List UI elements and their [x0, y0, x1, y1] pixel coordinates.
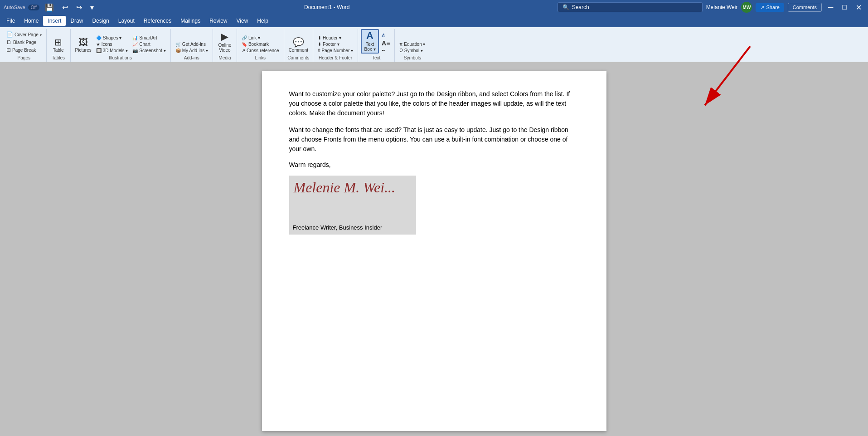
- save-button[interactable]: 💾: [42, 3, 57, 12]
- comment-button[interactable]: 💬 Comment: [287, 37, 310, 54]
- table-icon: ⊞: [54, 38, 62, 47]
- online-video-button[interactable]: ▶ OnlineVideo: [216, 31, 234, 54]
- menu-references[interactable]: References: [139, 16, 176, 26]
- header-label: Header ▾: [323, 35, 341, 40]
- text-group-label: Text: [361, 54, 392, 62]
- smartart-button[interactable]: 📊 SmartArt: [131, 35, 167, 41]
- online-video-icon: ▶: [221, 32, 228, 42]
- chart-icon: 📈: [132, 42, 138, 47]
- icons-button[interactable]: ★ Icons: [94, 41, 130, 47]
- my-addins-icon: 📦: [175, 48, 181, 53]
- symbol-button[interactable]: Ω Symbol ▾: [398, 48, 427, 54]
- menu-insert[interactable]: Insert: [43, 16, 66, 26]
- autosave-label: AutoSave: [4, 5, 25, 10]
- page-break-button[interactable]: ⊟ Page Break: [5, 46, 44, 54]
- search-label: Search: [572, 4, 589, 10]
- menu-help[interactable]: Help: [252, 16, 273, 26]
- menu-view[interactable]: View: [232, 16, 253, 26]
- ribbon-group-text: A TextBox ▾ A A≡ ✒ Text: [358, 29, 395, 62]
- paragraph-1[interactable]: Want to customize your color palette? Ju…: [289, 89, 579, 118]
- search-box[interactable]: 🔍 Search: [558, 2, 703, 12]
- table-button[interactable]: ⊞ Table: [49, 37, 68, 54]
- pictures-icon: 🖼: [79, 38, 88, 47]
- tables-buttons: ⊞ Table: [49, 29, 68, 54]
- signature-line-icon: ✒: [382, 48, 385, 53]
- drop-cap-button[interactable]: A≡: [380, 39, 392, 47]
- user-avatar: MW: [741, 2, 752, 13]
- get-addins-button[interactable]: 🛒 Get Add-ins: [174, 41, 210, 47]
- illustrations-buttons: 🖼 Pictures 🔷 Shapes ▾ ★ Icons 🔲 3D Model…: [73, 29, 168, 54]
- ribbon-group-illustrations: 🖼 Pictures 🔷 Shapes ▾ ★ Icons 🔲 3D Model…: [71, 29, 171, 62]
- ribbon-group-tables: ⊞ Table Tables: [47, 29, 71, 62]
- blank-page-icon: 🗋: [6, 39, 12, 45]
- header-icon: ⬆: [318, 35, 321, 40]
- pages-buttons: 📄 Cover Page ▾ 🗋 Blank Page ⊟ Page Break: [5, 29, 44, 54]
- symbol-label: Symbol ▾: [404, 48, 423, 53]
- search-icon: 🔍: [563, 4, 569, 10]
- icons-icon: ★: [96, 42, 100, 47]
- get-addins-label: Get Add-ins: [182, 42, 206, 47]
- pages-small-group: 📄 Cover Page ▾ 🗋 Blank Page ⊟ Page Break: [5, 31, 44, 54]
- comment-label: Comment: [289, 48, 308, 53]
- title-bar-center: Document1 - Word: [100, 4, 554, 10]
- equation-label: Equation ▾: [404, 42, 425, 47]
- page-number-button[interactable]: # Page Number ▾: [316, 48, 355, 54]
- menu-draw[interactable]: Draw: [66, 16, 87, 26]
- 3d-models-button[interactable]: 🔲 3D Models ▾: [94, 48, 130, 54]
- header-footer-small-group: ⬆ Header ▾ ⬇ Footer ▾ # Page Number ▾: [316, 35, 355, 54]
- text-box-button[interactable]: A TextBox ▾: [361, 29, 379, 54]
- cross-reference-button[interactable]: ↗ Cross-reference: [240, 48, 281, 54]
- menu-design[interactable]: Design: [87, 16, 113, 26]
- illustrations-small-group: 🔷 Shapes ▾ ★ Icons 🔲 3D Models ▾: [94, 35, 130, 54]
- redo-button[interactable]: ↪: [73, 3, 85, 12]
- header-footer-buttons: ⬆ Header ▾ ⬇ Footer ▾ # Page Number ▾: [316, 29, 355, 54]
- header-footer-group-label: Header & Footer: [316, 54, 355, 62]
- share-button[interactable]: ↗ Share: [756, 3, 784, 12]
- menu-mailings[interactable]: Mailings: [176, 16, 205, 26]
- smartart-icon: 📊: [132, 35, 138, 40]
- menu-review[interactable]: Review: [205, 16, 232, 26]
- shapes-button[interactable]: 🔷 Shapes ▾: [94, 35, 130, 41]
- word-art-button[interactable]: A: [380, 33, 392, 39]
- equation-button[interactable]: π Equation ▾: [398, 41, 427, 47]
- comments-button[interactable]: Comments: [788, 3, 822, 12]
- customize-toolbar-button[interactable]: ▾: [87, 3, 97, 12]
- user-initials: MW: [743, 5, 751, 10]
- autosave-status: Off: [31, 5, 37, 10]
- text-buttons: A TextBox ▾ A A≡ ✒: [361, 29, 392, 54]
- menu-home[interactable]: Home: [19, 16, 43, 26]
- close-button[interactable]: ✕: [853, 3, 864, 12]
- minimize-button[interactable]: ─: [825, 3, 836, 11]
- paragraph-2[interactable]: Want to change the fonts that are used? …: [289, 125, 579, 154]
- header-button[interactable]: ⬆ Header ▾: [316, 35, 355, 41]
- footer-button[interactable]: ⬇ Footer ▾: [316, 41, 355, 47]
- maximize-button[interactable]: □: [839, 3, 849, 11]
- cover-page-button[interactable]: 📄 Cover Page ▾: [5, 31, 44, 38]
- link-icon: 🔗: [242, 35, 247, 40]
- pages-group-label: Pages: [5, 54, 44, 62]
- page-break-icon: ⊟: [6, 47, 11, 53]
- closing-text[interactable]: Warm regards,: [289, 161, 579, 168]
- my-addins-button[interactable]: 📦 My Add-ins ▾: [174, 48, 210, 54]
- text-box-label: TextBox ▾: [364, 42, 376, 52]
- page-number-label: Page Number ▾: [322, 48, 353, 53]
- online-video-label: OnlineVideo: [218, 43, 231, 53]
- undo-button[interactable]: ↩: [59, 3, 71, 12]
- symbols-buttons: π Equation ▾ Ω Symbol ▾: [398, 29, 427, 54]
- share-icon: ↗: [760, 5, 764, 10]
- comments-group-label: Comments: [287, 54, 310, 62]
- bookmark-button[interactable]: 🔖 Bookmark: [240, 41, 281, 47]
- link-button[interactable]: 🔗 Link ▾: [240, 35, 281, 41]
- pictures-button[interactable]: 🖼 Pictures: [73, 37, 93, 54]
- autosave-toggle[interactable]: Off: [28, 5, 39, 10]
- title-bar-left: AutoSave Off 💾 ↩ ↪ ▾: [4, 3, 97, 12]
- chart-button[interactable]: 📈 Chart: [131, 41, 167, 47]
- shapes-icon: 🔷: [96, 35, 102, 40]
- blank-page-button[interactable]: 🗋 Blank Page: [5, 39, 44, 46]
- my-addins-label: My Add-ins ▾: [182, 48, 208, 53]
- menu-layout[interactable]: Layout: [114, 16, 139, 26]
- signature-line-button[interactable]: ✒: [380, 48, 392, 54]
- menu-file[interactable]: File: [2, 16, 19, 26]
- screenshot-button[interactable]: 📷 Screenshot ▾: [131, 48, 167, 54]
- illustrations-group-label: Illustrations: [73, 54, 168, 62]
